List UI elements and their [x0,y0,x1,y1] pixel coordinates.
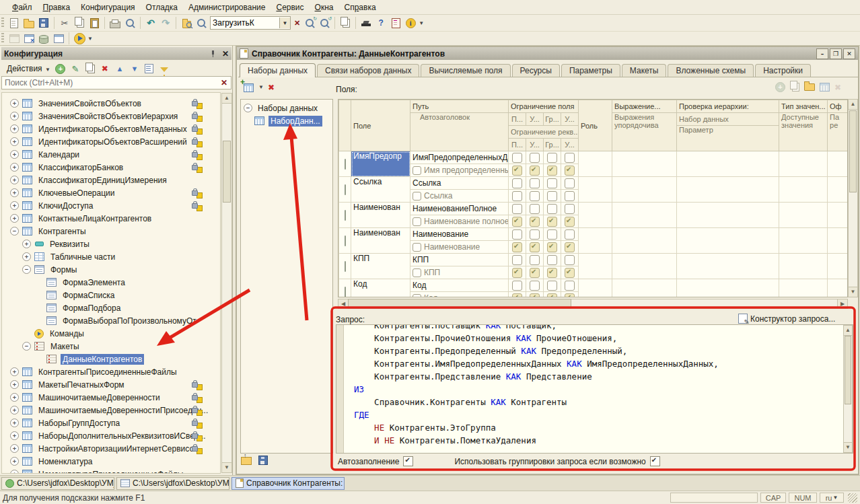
paste-button[interactable] [87,16,102,30]
tree-item[interactable]: +КлючевыеОперации [2,186,220,199]
find-previous-button[interactable]: ↺ [317,16,332,30]
grid-checkbox-cell[interactable] [509,292,526,298]
taskbar-button[interactable]: Справочник Контрагенты: Д... [231,477,345,490]
grid-checkbox-cell[interactable] [544,151,561,164]
expand-icon[interactable]: + [10,112,19,120]
design-cell[interactable] [828,279,848,298]
grid-checkbox-cell[interactable] [544,279,561,292]
field-name-cell[interactable]: Ссылка [351,177,410,203]
grid-checkbox-cell[interactable] [526,266,544,279]
open-button[interactable] [22,16,36,30]
checked-checkbox[interactable] [530,293,540,297]
col-design-sub[interactable]: Па ре [828,113,848,151]
scroll-up-icon[interactable]: ▲ [843,325,853,336]
grid-checkbox-cell[interactable] [509,266,526,279]
row-marker-icon[interactable] [345,261,346,272]
expand-icon[interactable]: + [10,380,19,389]
row-marker-icon[interactable] [345,210,346,221]
col-restriction-flag[interactable]: У... [526,113,544,126]
add-dataset-dropdown-icon[interactable]: ▼ [258,84,264,90]
checked-checkbox[interactable] [512,166,522,176]
tree-item[interactable]: +ФормаСписка [2,289,220,301]
role-cell[interactable] [579,203,612,228]
tree-item[interactable]: +Команды [2,327,220,340]
restore-button[interactable]: ❐ [830,48,842,59]
field-row[interactable]: КодКод [339,279,848,292]
tree-item[interactable]: +КонтрагентыПрисоединенныеФайлы [2,365,220,378]
checked-checkbox[interactable] [565,268,575,278]
window-titlebar[interactable]: Справочник Контрагенты: ДанныеКонтрагент… [237,47,858,60]
expand-icon[interactable]: + [10,124,19,133]
unchecked-checkbox[interactable] [512,229,522,240]
tree-item[interactable]: +Календари [2,148,220,161]
unchecked-checkbox[interactable] [547,255,557,265]
unchecked-checkbox[interactable] [512,153,522,163]
scroll-right-icon[interactable]: ▶ [837,299,848,309]
search-field[interactable] [2,78,217,87]
grid-checkbox-cell[interactable] [526,279,544,292]
grid-checkbox-cell[interactable] [526,164,544,177]
expression-cell[interactable] [612,279,677,298]
unchecked-checkbox[interactable] [512,204,522,214]
actions-menu[interactable]: Действия ▼ [1,64,53,73]
table-view-button[interactable] [51,32,66,45]
checked-checkbox[interactable] [512,242,522,252]
grid-checkbox-cell[interactable] [544,203,561,215]
taskbar-button[interactable]: C:\Users\jdfox\Desktop\УМ_ [116,477,229,490]
row-marker-icon[interactable] [345,236,346,246]
col-path[interactable]: Путь [410,100,509,113]
tree-item[interactable]: +КонтактныеЛицаКонтрагентов [2,212,220,225]
expand-icon[interactable]: + [10,214,19,223]
find-in-files-button[interactable] [179,16,194,30]
hierarchy-cell[interactable] [677,151,779,177]
hierarchy-cell[interactable] [677,228,779,254]
unchecked-checkbox[interactable] [530,178,540,188]
expand-icon[interactable]: + [10,163,19,172]
grid-checkbox-cell[interactable] [526,215,544,228]
auto-title-checkbox[interactable] [413,243,421,252]
col-design[interactable]: Оф [828,100,848,113]
auto-title-cell[interactable]: КПП [410,266,509,279]
auto-title-cell[interactable]: Ссылка [410,190,509,203]
tab-5[interactable]: Параметры [561,64,620,77]
expand-icon[interactable]: + [22,252,31,261]
tree-item[interactable]: +ЗначенияСвойствОбъектовИерархия [2,110,220,122]
hierarchy-cell[interactable] [677,177,779,203]
menu-item[interactable]: Справка [338,1,381,13]
fields-vertical-scrollbar[interactable]: ▲ ▼ [848,99,858,297]
design-cell[interactable] [828,177,848,203]
grid-checkbox-cell[interactable] [509,190,526,203]
grid-checkbox-cell[interactable] [544,266,561,279]
tree-item[interactable]: +ФормаВыбораПоПроизвольномуОт [2,314,220,327]
checked-checkbox[interactable] [547,268,557,278]
grid-checkbox-cell[interactable] [561,241,579,254]
role-cell[interactable] [579,228,612,254]
field-row[interactable]: ИмяПредопрИмяПредопределенныхДа... [339,151,848,164]
value-type-cell[interactable] [779,151,828,177]
copy-item-button[interactable] [83,62,98,75]
tree-item[interactable]: +НастройкиАвторизацииИнтернетСервисов [2,442,220,455]
expression-cell[interactable] [612,228,677,254]
checked-checkbox[interactable] [565,166,575,176]
menu-item[interactable]: Окна [310,1,339,13]
redo-button[interactable] [158,16,173,30]
unchecked-checkbox[interactable] [547,229,557,240]
checked-checkbox[interactable] [512,268,522,278]
col-field-restriction[interactable]: Ограничение поля [509,100,579,113]
unchecked-checkbox[interactable] [547,153,557,163]
col-restriction-flag[interactable]: П... [509,139,526,151]
delete-button[interactable] [98,62,112,75]
grid-checkbox-cell[interactable] [561,151,579,164]
tree-item[interactable]: +ЗначенияСвойствОбъектов [2,97,220,110]
value-type-cell[interactable] [779,254,828,279]
col-hierarchy[interactable]: Проверка иерархии: [677,100,779,113]
minimize-button[interactable]: – [816,48,828,59]
role-cell[interactable] [579,254,612,279]
grid-checkbox-cell[interactable] [526,241,544,254]
grid-checkbox-cell[interactable] [509,164,526,177]
tree-item[interactable]: +НоменклатураПрисоединенныеФайлы [2,468,220,474]
unchecked-checkbox[interactable] [512,178,522,188]
find-next-button[interactable]: ↻ [302,16,317,30]
tab-8[interactable]: Настройки [755,64,811,77]
grid-checkbox-cell[interactable] [509,254,526,266]
